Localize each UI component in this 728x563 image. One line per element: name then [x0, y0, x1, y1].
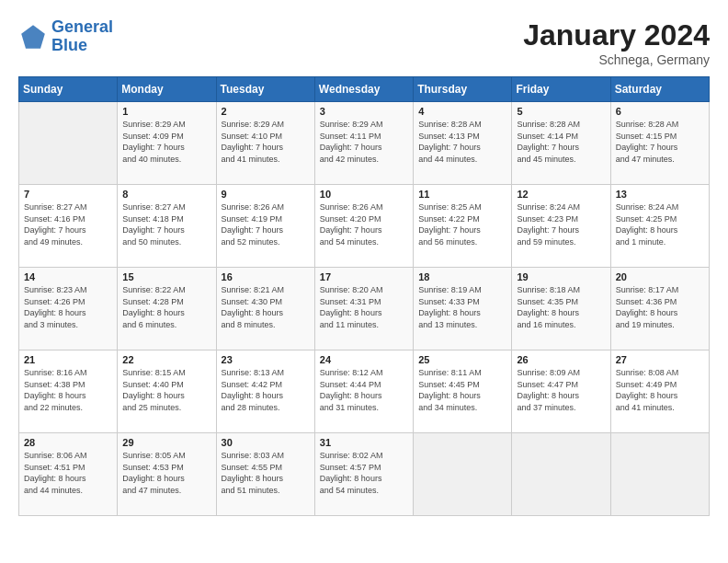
calendar-cell: 17Sunrise: 8:20 AM Sunset: 4:31 PM Dayli… [314, 268, 413, 350]
day-number: 26 [517, 354, 605, 365]
cell-info: Sunrise: 8:15 AM Sunset: 4:40 PM Dayligh… [122, 367, 210, 413]
calendar-cell: 15Sunrise: 8:22 AM Sunset: 4:28 PM Dayli… [118, 268, 216, 350]
calendar-cell: 16Sunrise: 8:21 AM Sunset: 4:30 PM Dayli… [216, 268, 314, 350]
cell-info: Sunrise: 8:28 AM Sunset: 4:13 PM Dayligh… [418, 119, 506, 165]
day-number: 20 [616, 271, 704, 282]
day-number: 4 [418, 106, 506, 117]
calendar-cell: 26Sunrise: 8:09 AM Sunset: 4:47 PM Dayli… [512, 350, 610, 433]
cell-info: Sunrise: 8:09 AM Sunset: 4:47 PM Dayligh… [517, 367, 605, 413]
calendar-cell: 25Sunrise: 8:11 AM Sunset: 4:45 PM Dayli… [414, 350, 512, 433]
title-block: January 2024 Schnega, Germany [523, 18, 710, 67]
cell-info: Sunrise: 8:13 AM Sunset: 4:42 PM Dayligh… [222, 367, 310, 413]
cell-info: Sunrise: 8:24 AM Sunset: 4:25 PM Dayligh… [616, 201, 704, 247]
cell-info: Sunrise: 8:29 AM Sunset: 4:09 PM Dayligh… [122, 119, 210, 165]
cell-info: Sunrise: 8:08 AM Sunset: 4:49 PM Dayligh… [616, 367, 704, 413]
day-number: 8 [122, 189, 210, 200]
cell-info: Sunrise: 8:29 AM Sunset: 4:10 PM Dayligh… [222, 119, 310, 165]
day-number: 31 [320, 437, 408, 448]
day-number: 19 [517, 271, 605, 282]
calendar-cell: 14Sunrise: 8:23 AM Sunset: 4:26 PM Dayli… [19, 268, 118, 350]
day-number: 9 [222, 189, 310, 200]
week-row-4: 21Sunrise: 8:16 AM Sunset: 4:38 PM Dayli… [19, 350, 710, 433]
location: Schnega, Germany [523, 52, 710, 67]
header-cell-wednesday: Wednesday [314, 77, 413, 102]
calendar-header-row: SundayMondayTuesdayWednesdayThursdayFrid… [19, 77, 710, 102]
calendar-table: SundayMondayTuesdayWednesdayThursdayFrid… [18, 76, 710, 516]
calendar-cell: 9Sunrise: 8:26 AM Sunset: 4:19 PM Daylig… [216, 185, 314, 268]
calendar-cell: 3Sunrise: 8:29 AM Sunset: 4:11 PM Daylig… [314, 102, 413, 185]
day-number: 17 [320, 271, 408, 282]
cell-info: Sunrise: 8:26 AM Sunset: 4:20 PM Dayligh… [320, 201, 408, 247]
calendar-cell [512, 433, 610, 516]
svg-marker-0 [21, 25, 45, 49]
calendar-cell: 23Sunrise: 8:13 AM Sunset: 4:42 PM Dayli… [216, 350, 314, 433]
day-number: 28 [24, 437, 112, 448]
calendar-cell: 5Sunrise: 8:28 AM Sunset: 4:14 PM Daylig… [512, 102, 610, 185]
cell-info: Sunrise: 8:12 AM Sunset: 4:44 PM Dayligh… [320, 367, 408, 413]
week-row-3: 14Sunrise: 8:23 AM Sunset: 4:26 PM Dayli… [19, 268, 710, 350]
calendar-cell: 19Sunrise: 8:18 AM Sunset: 4:35 PM Dayli… [512, 268, 610, 350]
day-number: 3 [320, 106, 408, 117]
calendar-cell: 21Sunrise: 8:16 AM Sunset: 4:38 PM Dayli… [19, 350, 118, 433]
calendar-body: 1Sunrise: 8:29 AM Sunset: 4:09 PM Daylig… [19, 102, 710, 516]
cell-info: Sunrise: 8:23 AM Sunset: 4:26 PM Dayligh… [24, 284, 112, 330]
calendar-cell: 12Sunrise: 8:24 AM Sunset: 4:23 PM Dayli… [512, 185, 610, 268]
header-cell-thursday: Thursday [414, 77, 512, 102]
cell-info: Sunrise: 8:05 AM Sunset: 4:53 PM Dayligh… [122, 450, 210, 496]
day-number: 15 [122, 271, 210, 282]
calendar-cell: 30Sunrise: 8:03 AM Sunset: 4:55 PM Dayli… [216, 433, 314, 516]
cell-info: Sunrise: 8:22 AM Sunset: 4:28 PM Dayligh… [122, 284, 210, 330]
cell-info: Sunrise: 8:17 AM Sunset: 4:36 PM Dayligh… [616, 284, 704, 330]
day-number: 1 [122, 106, 210, 117]
calendar-cell: 29Sunrise: 8:05 AM Sunset: 4:53 PM Dayli… [118, 433, 216, 516]
calendar-cell: 7Sunrise: 8:27 AM Sunset: 4:16 PM Daylig… [19, 185, 118, 268]
day-number: 22 [122, 354, 210, 365]
week-row-1: 1Sunrise: 8:29 AM Sunset: 4:09 PM Daylig… [19, 102, 710, 185]
calendar-cell [414, 433, 512, 516]
calendar-cell: 11Sunrise: 8:25 AM Sunset: 4:22 PM Dayli… [414, 185, 512, 268]
day-number: 13 [616, 189, 704, 200]
cell-info: Sunrise: 8:19 AM Sunset: 4:33 PM Dayligh… [418, 284, 506, 330]
calendar-cell: 20Sunrise: 8:17 AM Sunset: 4:36 PM Dayli… [610, 268, 709, 350]
day-number: 21 [24, 354, 112, 365]
header-cell-monday: Monday [118, 77, 216, 102]
calendar-cell: 2Sunrise: 8:29 AM Sunset: 4:10 PM Daylig… [216, 102, 314, 185]
week-row-2: 7Sunrise: 8:27 AM Sunset: 4:16 PM Daylig… [19, 185, 710, 268]
logo: General Blue [18, 18, 113, 55]
day-number: 25 [418, 354, 506, 365]
calendar-cell: 6Sunrise: 8:28 AM Sunset: 4:15 PM Daylig… [610, 102, 709, 185]
day-number: 16 [222, 271, 310, 282]
calendar-cell [19, 102, 118, 185]
calendar-cell: 31Sunrise: 8:02 AM Sunset: 4:57 PM Dayli… [314, 433, 413, 516]
header-cell-sunday: Sunday [19, 77, 118, 102]
calendar-cell: 28Sunrise: 8:06 AM Sunset: 4:51 PM Dayli… [19, 433, 118, 516]
calendar-cell: 8Sunrise: 8:27 AM Sunset: 4:18 PM Daylig… [118, 185, 216, 268]
calendar-cell: 27Sunrise: 8:08 AM Sunset: 4:49 PM Dayli… [610, 350, 709, 433]
calendar-cell: 13Sunrise: 8:24 AM Sunset: 4:25 PM Dayli… [610, 185, 709, 268]
page-header: General Blue January 2024 Schnega, Germa… [18, 18, 710, 67]
day-number: 11 [418, 189, 506, 200]
cell-info: Sunrise: 8:26 AM Sunset: 4:19 PM Dayligh… [222, 201, 310, 247]
calendar-cell: 18Sunrise: 8:19 AM Sunset: 4:33 PM Dayli… [414, 268, 512, 350]
day-number: 29 [122, 437, 210, 448]
cell-info: Sunrise: 8:21 AM Sunset: 4:30 PM Dayligh… [222, 284, 310, 330]
cell-info: Sunrise: 8:20 AM Sunset: 4:31 PM Dayligh… [320, 284, 408, 330]
calendar-cell: 4Sunrise: 8:28 AM Sunset: 4:13 PM Daylig… [414, 102, 512, 185]
cell-info: Sunrise: 8:24 AM Sunset: 4:23 PM Dayligh… [517, 201, 605, 247]
cell-info: Sunrise: 8:28 AM Sunset: 4:14 PM Dayligh… [517, 119, 605, 165]
day-number: 10 [320, 189, 408, 200]
calendar-cell: 22Sunrise: 8:15 AM Sunset: 4:40 PM Dayli… [118, 350, 216, 433]
cell-info: Sunrise: 8:28 AM Sunset: 4:15 PM Dayligh… [616, 119, 704, 165]
header-cell-tuesday: Tuesday [216, 77, 314, 102]
logo-text: General Blue [51, 18, 113, 55]
day-number: 7 [24, 189, 112, 200]
cell-info: Sunrise: 8:06 AM Sunset: 4:51 PM Dayligh… [24, 450, 112, 496]
calendar-cell [610, 433, 709, 516]
month-title: January 2024 [523, 18, 710, 52]
day-number: 27 [616, 354, 704, 365]
day-number: 6 [616, 106, 704, 117]
header-cell-saturday: Saturday [610, 77, 709, 102]
cell-info: Sunrise: 8:03 AM Sunset: 4:55 PM Dayligh… [222, 450, 310, 496]
cell-info: Sunrise: 8:18 AM Sunset: 4:35 PM Dayligh… [517, 284, 605, 330]
calendar-cell: 1Sunrise: 8:29 AM Sunset: 4:09 PM Daylig… [118, 102, 216, 185]
